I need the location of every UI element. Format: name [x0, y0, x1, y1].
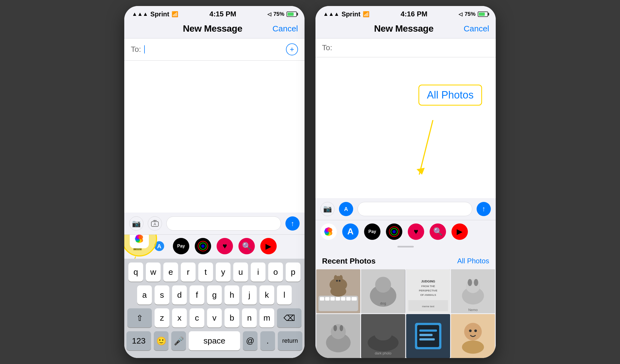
wifi-icon-1: 📶 — [172, 11, 178, 17]
dock-applepay-2[interactable]: Pay — [364, 223, 380, 240]
key-o[interactable]: o — [268, 262, 283, 282]
svg-point-53 — [375, 277, 391, 293]
photo-thumb-5[interactable] — [316, 314, 360, 358]
key-x[interactable]: x — [172, 308, 187, 327]
battery-icon-1 — [287, 11, 297, 17]
dock-applepay-1[interactable]: Pay — [173, 238, 189, 254]
key-shift[interactable]: ⇧ — [127, 308, 152, 327]
svg-line-19 — [419, 120, 433, 175]
message-input-1[interactable] — [166, 216, 281, 231]
message-area-1[interactable] — [124, 61, 305, 213]
to-label-1: To: — [131, 45, 141, 54]
key-z[interactable]: z — [155, 308, 169, 327]
photo-thumb-4[interactable]: Nemo — [451, 269, 495, 313]
key-return[interactable]: return — [278, 331, 302, 350]
dock-youtube-1[interactable]: ▶ — [260, 238, 277, 254]
keyboard-1: q w e r t y u i o p a s d f g h j k l — [124, 259, 305, 358]
svg-text:A: A — [153, 222, 156, 226]
camera-button-2[interactable]: 📷 — [320, 202, 335, 216]
time-2: 4:16 PM — [401, 10, 427, 18]
key-period[interactable]: . — [260, 331, 275, 350]
cancel-button-2[interactable]: Cancel — [464, 24, 489, 33]
dock-search-1[interactable]: 🔍 — [238, 238, 255, 254]
key-m[interactable]: m — [259, 308, 274, 327]
dock-youtube-2[interactable]: ▶ — [451, 223, 468, 240]
key-at[interactable]: @ — [243, 331, 258, 350]
to-field-1[interactable]: To: + — [124, 38, 305, 61]
nav-title-2: New Message — [374, 23, 434, 34]
location-icon-1: ◁ — [267, 11, 271, 17]
to-field-2[interactable]: To: — [315, 38, 496, 57]
key-u[interactable]: u — [233, 262, 248, 282]
photo-thumb-3[interactable]: JUDGING FROM THE PERSPECTIVE OF ANIMALS … — [406, 269, 450, 313]
key-g[interactable]: g — [207, 285, 222, 305]
divider-handle-2 — [397, 246, 414, 247]
key-y[interactable]: y — [216, 262, 231, 282]
key-n[interactable]: n — [242, 308, 257, 327]
key-a[interactable]: a — [137, 285, 152, 305]
photo-thumb-1[interactable] — [316, 269, 360, 313]
svg-point-49 — [336, 280, 338, 281]
key-v[interactable]: v — [207, 308, 222, 327]
key-d[interactable]: d — [172, 285, 187, 305]
key-emoji[interactable]: 🙂 — [154, 331, 169, 350]
sheet-handle — [315, 243, 496, 253]
dock-photos-2[interactable] — [320, 223, 337, 240]
appstore-button-1[interactable]: A — [148, 216, 162, 231]
svg-point-87 — [469, 329, 472, 332]
message-area-2[interactable]: All Photos — [315, 57, 496, 198]
key-i[interactable]: i — [251, 262, 265, 282]
key-l[interactable]: l — [277, 285, 292, 305]
key-b[interactable]: b — [225, 308, 239, 327]
svg-point-65 — [468, 279, 472, 286]
key-123[interactable]: 123 — [126, 331, 151, 350]
photo-thumb-6[interactable]: dark photo — [361, 314, 405, 358]
svg-point-50 — [339, 280, 340, 281]
key-r[interactable]: r — [181, 262, 196, 282]
key-f[interactable]: f — [190, 285, 204, 305]
key-q[interactable]: q — [128, 262, 143, 282]
key-p[interactable]: p — [286, 262, 300, 282]
key-space[interactable]: space — [189, 331, 240, 350]
svg-text:A: A — [157, 243, 161, 250]
key-w[interactable]: w — [146, 262, 161, 282]
signal-bars-1: ▲▲▲ — [132, 11, 148, 17]
status-right-2: ◁ 75% — [459, 11, 488, 17]
key-e[interactable]: e — [163, 262, 178, 282]
key-t[interactable]: t — [198, 262, 213, 282]
all-photos-link[interactable]: All Photos — [457, 257, 489, 265]
key-s[interactable]: s — [155, 285, 169, 305]
send-button-2[interactable]: ↑ — [477, 202, 491, 216]
key-h[interactable]: h — [225, 285, 239, 305]
add-recipient-button-1[interactable]: + — [286, 43, 298, 55]
send-button-1[interactable]: ↑ — [285, 216, 300, 231]
dock-siri-1[interactable] — [195, 238, 211, 254]
photo-thumb-7[interactable] — [406, 314, 450, 358]
svg-point-76 — [378, 322, 389, 333]
dock-siri-2[interactable] — [386, 223, 402, 240]
dock-appstore-2[interactable]: A — [342, 223, 359, 240]
photo-thumb-2[interactable]: dog — [361, 269, 405, 313]
cancel-button-1[interactable]: Cancel — [273, 24, 298, 33]
dock-search-2[interactable]: 🔍 — [430, 223, 446, 240]
svg-text:dog: dog — [380, 301, 386, 305]
dock-heartrate-1[interactable]: ♥ — [217, 238, 233, 254]
connector-line-1 — [130, 256, 136, 259]
svg-rect-41 — [341, 297, 345, 300]
appstore-button-2[interactable]: A — [339, 202, 353, 216]
key-k[interactable]: k — [259, 285, 274, 305]
key-mic[interactable]: 🎤 — [171, 331, 186, 350]
key-delete[interactable]: ⌫ — [277, 308, 302, 327]
to-label-2: To: — [322, 43, 332, 52]
message-input-2[interactable] — [358, 202, 472, 216]
key-c[interactable]: c — [190, 308, 204, 327]
camera-button-1[interactable]: 📷 — [129, 216, 143, 231]
key-row-3: ⇧ z x c v b n m ⌫ — [126, 308, 302, 327]
nav-bar-2: New Message Cancel — [315, 20, 496, 38]
key-j[interactable]: j — [242, 285, 257, 305]
dock-heartrate-2[interactable]: ♥ — [408, 223, 424, 240]
photos-highlight-1 — [124, 235, 157, 256]
photo-thumb-8[interactable] — [451, 314, 495, 358]
svg-text:PERSPECTIVE: PERSPECTIVE — [419, 289, 437, 292]
all-photos-tooltip: All Photos — [418, 85, 482, 106]
